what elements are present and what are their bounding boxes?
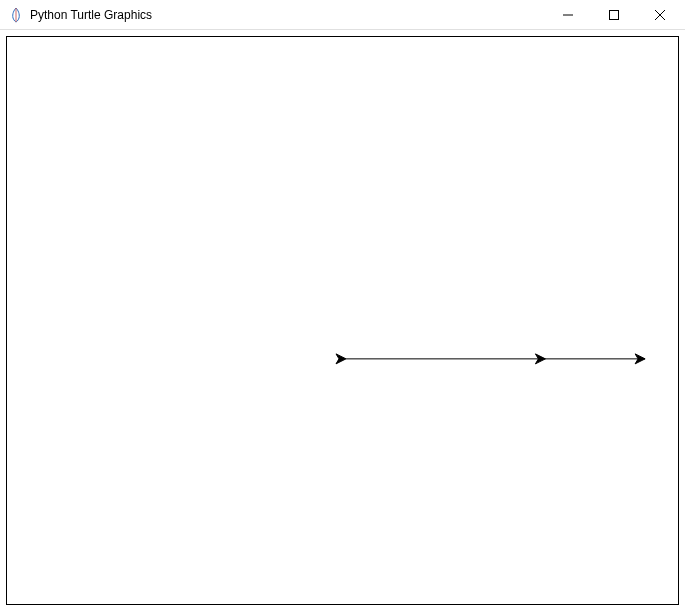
titlebar: Python Turtle Graphics: [0, 0, 685, 30]
tk-feather-icon: [8, 7, 24, 23]
turtle-canvas: [7, 37, 678, 604]
minimize-button[interactable]: [545, 0, 591, 29]
close-icon: [655, 10, 665, 20]
svg-rect-1: [610, 10, 619, 19]
window-controls: [545, 0, 683, 29]
canvas-wrapper: [0, 30, 685, 611]
canvas-border: [6, 36, 679, 605]
turtle-arrow-icon: [336, 354, 346, 364]
close-button[interactable]: [637, 0, 683, 29]
turtle-cursor: [336, 354, 346, 364]
maximize-icon: [609, 10, 619, 20]
minimize-icon: [563, 10, 573, 20]
window-title: Python Turtle Graphics: [30, 8, 545, 22]
maximize-button[interactable]: [591, 0, 637, 29]
